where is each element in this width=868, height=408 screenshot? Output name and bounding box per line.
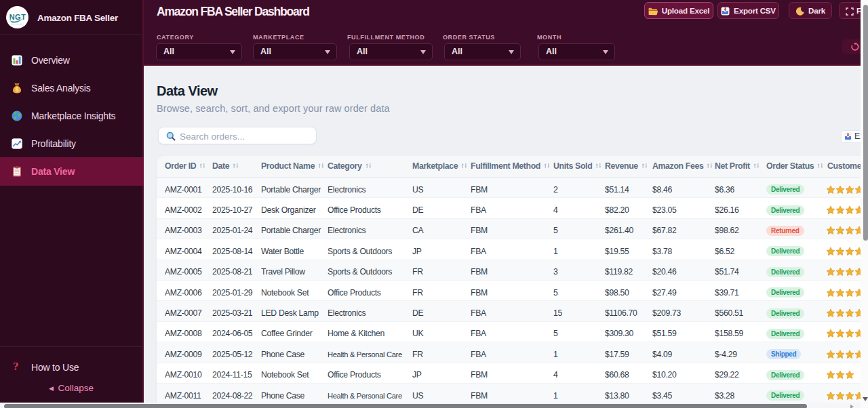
svg-text:$: $ [16,86,19,93]
svg-text:NEXT GEN TECH: NEXT GEN TECH [11,23,24,25]
svg-text:NGT: NGT [9,13,26,21]
